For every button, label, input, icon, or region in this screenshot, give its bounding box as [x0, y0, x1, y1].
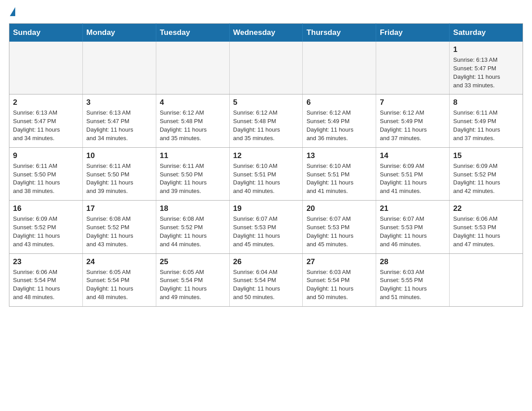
- day-info: Sunrise: 6:06 AM Sunset: 5:54 PM Dayligh…: [13, 268, 79, 302]
- day-info: Sunrise: 6:08 AM Sunset: 5:52 PM Dayligh…: [86, 215, 152, 248]
- calendar-cell: 2Sunrise: 6:13 AM Sunset: 5:47 PM Daylig…: [9, 94, 83, 147]
- calendar-cell: 19Sunrise: 6:07 AM Sunset: 5:53 PM Dayli…: [229, 201, 303, 253]
- day-number: 27: [306, 257, 372, 266]
- calendar-cell: [9, 42, 83, 94]
- weekday-header-saturday: Saturday: [450, 24, 523, 42]
- calendar-cell: 13Sunrise: 6:10 AM Sunset: 5:51 PM Dayli…: [303, 147, 376, 200]
- calendar-cell: 6Sunrise: 6:12 AM Sunset: 5:49 PM Daylig…: [303, 94, 376, 147]
- day-number: 7: [380, 98, 446, 107]
- day-number: 6: [306, 98, 372, 107]
- weekday-header-friday: Friday: [376, 24, 450, 42]
- calendar-cell: 27Sunrise: 6:03 AM Sunset: 5:54 PM Dayli…: [303, 253, 376, 306]
- day-number: 15: [453, 151, 519, 160]
- calendar-cell: 16Sunrise: 6:09 AM Sunset: 5:52 PM Dayli…: [9, 201, 83, 253]
- day-number: 28: [380, 257, 446, 266]
- day-info: Sunrise: 6:06 AM Sunset: 5:53 PM Dayligh…: [453, 215, 519, 248]
- day-number: 19: [233, 204, 299, 213]
- calendar-cell: 28Sunrise: 6:03 AM Sunset: 5:55 PM Dayli…: [376, 253, 450, 306]
- calendar-cell: 7Sunrise: 6:12 AM Sunset: 5:49 PM Daylig…: [376, 94, 450, 147]
- day-info: Sunrise: 6:12 AM Sunset: 5:49 PM Dayligh…: [306, 109, 372, 142]
- day-info: Sunrise: 6:05 AM Sunset: 5:54 PM Dayligh…: [160, 268, 226, 302]
- day-number: 16: [13, 204, 79, 213]
- day-info: Sunrise: 6:13 AM Sunset: 5:47 PM Dayligh…: [86, 109, 152, 142]
- day-info: Sunrise: 6:11 AM Sunset: 5:50 PM Dayligh…: [13, 162, 79, 196]
- calendar-cell: 11Sunrise: 6:11 AM Sunset: 5:50 PM Dayli…: [156, 147, 229, 200]
- weekday-header-wednesday: Wednesday: [229, 24, 303, 42]
- calendar-cell: 10Sunrise: 6:11 AM Sunset: 5:50 PM Dayli…: [82, 147, 156, 200]
- day-info: Sunrise: 6:13 AM Sunset: 5:47 PM Dayligh…: [13, 109, 79, 142]
- calendar-cell: 4Sunrise: 6:12 AM Sunset: 5:48 PM Daylig…: [156, 94, 229, 147]
- logo: [9, 9, 15, 16]
- calendar-cell: 26Sunrise: 6:04 AM Sunset: 5:54 PM Dayli…: [229, 253, 303, 306]
- calendar-cell: 8Sunrise: 6:11 AM Sunset: 5:49 PM Daylig…: [450, 94, 523, 147]
- calendar-cell: 18Sunrise: 6:08 AM Sunset: 5:52 PM Dayli…: [156, 201, 229, 253]
- logo-triangle-icon: [10, 7, 15, 16]
- day-info: Sunrise: 6:03 AM Sunset: 5:55 PM Dayligh…: [380, 268, 446, 302]
- day-number: 24: [86, 257, 152, 266]
- day-info: Sunrise: 6:10 AM Sunset: 5:51 PM Dayligh…: [306, 162, 372, 196]
- day-info: Sunrise: 6:08 AM Sunset: 5:52 PM Dayligh…: [160, 215, 226, 248]
- day-number: 8: [453, 98, 519, 107]
- day-number: 25: [160, 257, 226, 266]
- day-number: 18: [160, 204, 226, 213]
- day-info: Sunrise: 6:12 AM Sunset: 5:48 PM Dayligh…: [233, 109, 299, 142]
- weekday-header-sunday: Sunday: [9, 24, 83, 42]
- day-number: 23: [13, 257, 79, 266]
- week-row-1: 1Sunrise: 6:13 AM Sunset: 5:47 PM Daylig…: [9, 42, 523, 94]
- calendar-cell: [156, 42, 229, 94]
- calendar-cell: 5Sunrise: 6:12 AM Sunset: 5:48 PM Daylig…: [229, 94, 303, 147]
- day-number: 4: [160, 98, 226, 107]
- calendar-cell: 25Sunrise: 6:05 AM Sunset: 5:54 PM Dayli…: [156, 253, 229, 306]
- day-info: Sunrise: 6:03 AM Sunset: 5:54 PM Dayligh…: [306, 268, 372, 302]
- calendar-cell: 9Sunrise: 6:11 AM Sunset: 5:50 PM Daylig…: [9, 147, 83, 200]
- day-number: 12: [233, 151, 299, 160]
- day-info: Sunrise: 6:04 AM Sunset: 5:54 PM Dayligh…: [233, 268, 299, 302]
- day-info: Sunrise: 6:11 AM Sunset: 5:50 PM Dayligh…: [160, 162, 226, 196]
- page-header: [9, 9, 523, 16]
- calendar-cell: [303, 42, 376, 94]
- day-number: 3: [86, 98, 152, 107]
- week-row-2: 2Sunrise: 6:13 AM Sunset: 5:47 PM Daylig…: [9, 94, 523, 147]
- weekday-header-monday: Monday: [82, 24, 156, 42]
- day-number: 26: [233, 257, 299, 266]
- week-row-5: 23Sunrise: 6:06 AM Sunset: 5:54 PM Dayli…: [9, 253, 523, 306]
- calendar-table: SundayMondayTuesdayWednesdayThursdayFrid…: [9, 23, 523, 307]
- weekday-header-tuesday: Tuesday: [156, 24, 229, 42]
- weekday-header-thursday: Thursday: [303, 24, 376, 42]
- day-info: Sunrise: 6:11 AM Sunset: 5:49 PM Dayligh…: [453, 109, 519, 142]
- day-info: Sunrise: 6:09 AM Sunset: 5:52 PM Dayligh…: [453, 162, 519, 196]
- week-row-3: 9Sunrise: 6:11 AM Sunset: 5:50 PM Daylig…: [9, 147, 523, 200]
- day-info: Sunrise: 6:07 AM Sunset: 5:53 PM Dayligh…: [233, 215, 299, 248]
- day-number: 11: [160, 151, 226, 160]
- day-number: 1: [453, 45, 519, 54]
- calendar-cell: 21Sunrise: 6:07 AM Sunset: 5:53 PM Dayli…: [376, 201, 450, 253]
- day-info: Sunrise: 6:09 AM Sunset: 5:51 PM Dayligh…: [380, 162, 446, 196]
- calendar-cell: 24Sunrise: 6:05 AM Sunset: 5:54 PM Dayli…: [82, 253, 156, 306]
- day-info: Sunrise: 6:10 AM Sunset: 5:51 PM Dayligh…: [233, 162, 299, 196]
- calendar-cell: [376, 42, 450, 94]
- day-number: 9: [13, 151, 79, 160]
- day-number: 20: [306, 204, 372, 213]
- calendar-cell: 23Sunrise: 6:06 AM Sunset: 5:54 PM Dayli…: [9, 253, 83, 306]
- calendar-cell: 17Sunrise: 6:08 AM Sunset: 5:52 PM Dayli…: [82, 201, 156, 253]
- day-info: Sunrise: 6:12 AM Sunset: 5:49 PM Dayligh…: [380, 109, 446, 142]
- day-info: Sunrise: 6:12 AM Sunset: 5:48 PM Dayligh…: [160, 109, 226, 142]
- calendar-cell: 20Sunrise: 6:07 AM Sunset: 5:53 PM Dayli…: [303, 201, 376, 253]
- day-number: 17: [86, 204, 152, 213]
- day-number: 13: [306, 151, 372, 160]
- calendar-cell: [229, 42, 303, 94]
- day-info: Sunrise: 6:09 AM Sunset: 5:52 PM Dayligh…: [13, 215, 79, 248]
- calendar-cell: 12Sunrise: 6:10 AM Sunset: 5:51 PM Dayli…: [229, 147, 303, 200]
- day-number: 14: [380, 151, 446, 160]
- day-number: 21: [380, 204, 446, 213]
- calendar-cell: [450, 253, 523, 306]
- day-info: Sunrise: 6:05 AM Sunset: 5:54 PM Dayligh…: [86, 268, 152, 302]
- week-row-4: 16Sunrise: 6:09 AM Sunset: 5:52 PM Dayli…: [9, 201, 523, 253]
- calendar-cell: 15Sunrise: 6:09 AM Sunset: 5:52 PM Dayli…: [450, 147, 523, 200]
- calendar-cell: [82, 42, 156, 94]
- day-number: 2: [13, 98, 79, 107]
- day-info: Sunrise: 6:13 AM Sunset: 5:47 PM Dayligh…: [453, 56, 519, 90]
- day-number: 22: [453, 204, 519, 213]
- calendar-cell: 1Sunrise: 6:13 AM Sunset: 5:47 PM Daylig…: [450, 42, 523, 94]
- calendar-cell: 22Sunrise: 6:06 AM Sunset: 5:53 PM Dayli…: [450, 201, 523, 253]
